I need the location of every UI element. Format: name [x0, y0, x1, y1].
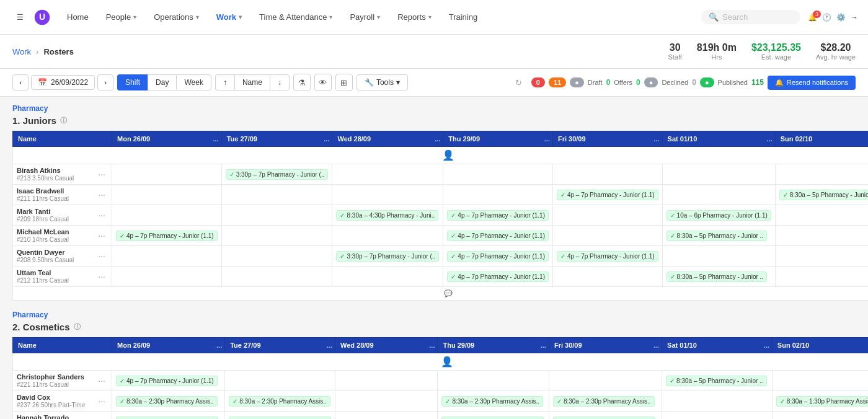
- nav-reports[interactable]: Reports ▾: [390, 7, 439, 27]
- resend-notifications-button[interactable]: 🔔 Resend notifications: [768, 76, 856, 90]
- shift-pill[interactable]: ✓4p – 7p Pharmacy - Junior (1.1): [447, 251, 549, 262]
- shift-pill[interactable]: ✓8:30a – 2:30p Pharmacy Assis..: [229, 396, 330, 407]
- shift-cell-0-5[interactable]: [662, 164, 775, 185]
- nav-operations[interactable]: Operations ▾: [146, 7, 206, 27]
- shift-cell-5-1[interactable]: [221, 267, 332, 287]
- shift-pill[interactable]: ✓8:30a – 5p Pharmacy - Junior ..: [666, 376, 767, 386]
- shift-pill[interactable]: ✓4p – 7p Pharmacy - Junior (1.1): [116, 376, 218, 386]
- shift-cell-1-3[interactable]: [443, 185, 553, 205]
- visibility-button[interactable]: 👁: [314, 74, 332, 91]
- shift-pill[interactable]: ✓4p – 7p Pharmacy - Junior (1.1): [557, 251, 658, 262]
- sort-name-button[interactable]: Name: [234, 74, 270, 90]
- shift-cell-3-4[interactable]: [552, 226, 662, 246]
- shift-cell-0-1[interactable]: [225, 371, 335, 391]
- logout-icon[interactable]: →: [851, 13, 858, 22]
- nav-training[interactable]: Training: [441, 7, 485, 27]
- shift-pill[interactable]: ✓8:30a – 4:30p Pharmacy - Juni..: [553, 417, 655, 420]
- shift-cell-0-4[interactable]: [552, 164, 662, 185]
- shift-cell-4-3[interactable]: ✓4p – 7p Pharmacy - Junior (1.1): [443, 246, 553, 267]
- nav-time-attendance[interactable]: Time & Attendance ▾: [252, 7, 340, 27]
- shift-pill[interactable]: ✓8:30a – 2:30p Pharmacy Assis..: [553, 396, 655, 407]
- shift-pill[interactable]: ✓3:30p – 7p Pharmacy - Junior (..: [336, 251, 439, 262]
- shift-pill[interactable]: ✓8:30a – 1:30p Pharmacy Assis..: [776, 396, 868, 407]
- shift-cell-1-1[interactable]: ✓8:30a – 2:30p Pharmacy Assis..: [225, 391, 335, 412]
- shift-cell-2-4[interactable]: [552, 205, 662, 226]
- shift-cell-1-0[interactable]: [112, 185, 222, 205]
- shift-cell-2-2[interactable]: ✓8:30a – 4:30p Pharmacy - Juni..: [332, 205, 443, 226]
- row-menu-button[interactable]: ···: [98, 169, 105, 179]
- shift-pill[interactable]: ✓8:30a – 4:30p Pharmacy - Juni..: [441, 417, 544, 420]
- shift-cell-1-4[interactable]: ✓8:30a – 2:30p Pharmacy Assis..: [549, 391, 662, 412]
- clock-icon[interactable]: 🕐: [822, 13, 831, 22]
- row-menu-button[interactable]: ···: [98, 231, 105, 240]
- shift-pill[interactable]: ✓8:30a – 5p Pharmacy - Junior ..: [666, 231, 768, 241]
- nav-work[interactable]: Work ▾: [209, 7, 249, 27]
- shift-cell-3-1[interactable]: [221, 226, 332, 246]
- shift-pill[interactable]: ✓3:30p – 7p Pharmacy - Junior (..: [226, 169, 329, 180]
- shift-pill[interactable]: ✓8:30a – 4:30p Pharmacy - Juni..: [229, 417, 331, 420]
- shift-cell-4-6[interactable]: [775, 246, 868, 267]
- shift-cell-3-5[interactable]: ✓8:30a – 5p Pharmacy - Junior ..: [662, 226, 775, 246]
- shift-pill[interactable]: ✓8:30a – 4:30p Pharmacy - Juni..: [336, 210, 438, 221]
- row-menu-button[interactable]: ···: [98, 210, 105, 220]
- add-shift-icon[interactable]: 💬: [444, 289, 453, 297]
- row-menu-button[interactable]: ···: [98, 190, 105, 200]
- shift-pill[interactable]: ✓8:30a – 2:30p Pharmacy Assis..: [116, 396, 218, 407]
- shift-cell-2-5[interactable]: [662, 412, 773, 420]
- shift-cell-2-3[interactable]: ✓8:30a – 4:30p Pharmacy - Juni..: [438, 412, 549, 420]
- row-menu-button[interactable]: ···: [98, 271, 105, 281]
- hamburger-button[interactable]: ☰: [10, 7, 30, 27]
- shift-pill[interactable]: ✓8:30a – 5p Pharmacy - Junior ..: [779, 190, 868, 200]
- date-display[interactable]: 📅 26/09/2022: [31, 75, 95, 90]
- shift-cell-1-6[interactable]: ✓8:30a – 1:30p Pharmacy Assis..: [772, 391, 868, 412]
- shift-cell-0-6[interactable]: [775, 164, 868, 185]
- shift-cell-2-6[interactable]: [772, 412, 868, 420]
- shift-cell-0-1[interactable]: ✓3:30p – 7p Pharmacy - Junior (..: [221, 164, 332, 185]
- next-date-button[interactable]: ›: [97, 74, 113, 90]
- shift-pill[interactable]: ✓4p – 7p Pharmacy - Junior (1.1): [447, 210, 549, 221]
- shift-cell-2-6[interactable]: [775, 205, 868, 226]
- shift-cell-3-2[interactable]: [332, 226, 443, 246]
- shift-cell-2-0[interactable]: ✓8:30a – 4:30p Pharmacy - Juni..: [112, 412, 225, 420]
- shift-pill[interactable]: ✓4p – 7p Pharmacy - Junior (1.1): [447, 231, 549, 241]
- shift-cell-0-2[interactable]: [332, 164, 443, 185]
- view-week-button[interactable]: Week: [176, 74, 211, 90]
- notifications-bell[interactable]: 🔔 3: [808, 13, 817, 22]
- shift-cell-5-5[interactable]: ✓8:30a – 5p Pharmacy - Junior ..: [662, 267, 775, 287]
- shift-cell-2-3[interactable]: ✓4p – 7p Pharmacy - Junior (1.1): [443, 205, 553, 226]
- shift-pill[interactable]: ✓4p – 7p Pharmacy - Junior (1.1): [557, 190, 658, 200]
- shift-cell-4-1[interactable]: [221, 246, 332, 267]
- sort-up-button[interactable]: ↑: [215, 74, 234, 90]
- shift-pill[interactable]: ✓8:30a – 5p Pharmacy - Junior ..: [666, 271, 768, 282]
- shift-cell-0-2[interactable]: [335, 371, 438, 391]
- add-person-icon[interactable]: 👤: [442, 150, 454, 161]
- shift-cell-1-1[interactable]: [221, 185, 332, 205]
- sort-down-button[interactable]: ↓: [270, 74, 290, 90]
- shift-cell-1-3[interactable]: ✓8:30a – 2:30p Pharmacy Assis..: [438, 391, 549, 412]
- breadcrumb-parent[interactable]: Work: [12, 47, 31, 56]
- shift-pill[interactable]: ✓4p – 7p Pharmacy - Junior (1.1): [447, 271, 549, 282]
- badge-orange[interactable]: 11: [549, 77, 566, 87]
- settings-icon[interactable]: ⚙️: [836, 13, 846, 22]
- nav-people[interactable]: People ▾: [99, 7, 144, 27]
- refresh-button[interactable]: ↻: [510, 74, 528, 91]
- shift-cell-2-2[interactable]: [335, 412, 438, 420]
- shift-cell-4-0[interactable]: [112, 246, 222, 267]
- shift-cell-5-2[interactable]: [332, 267, 443, 287]
- shift-cell-5-0[interactable]: [112, 267, 222, 287]
- prev-date-button[interactable]: ‹: [12, 74, 29, 90]
- shift-cell-0-4[interactable]: [549, 371, 662, 391]
- search-bar[interactable]: 🔍 Search: [701, 10, 800, 24]
- grid-button[interactable]: ⊞: [335, 74, 353, 91]
- shift-pill[interactable]: ✓4p – 7p Pharmacy - Junior (1.1): [116, 231, 218, 241]
- shift-cell-2-1[interactable]: [221, 205, 332, 226]
- shift-pill[interactable]: ✓10a – 6p Pharmacy - Junior (1.1): [666, 210, 771, 221]
- shift-cell-1-5[interactable]: [662, 391, 773, 412]
- nav-home[interactable]: Home: [60, 7, 96, 27]
- shift-cell-2-1[interactable]: ✓8:30a – 4:30p Pharmacy - Juni..: [225, 412, 335, 420]
- shift-cell-0-5[interactable]: ✓8:30a – 5p Pharmacy - Junior ..: [662, 371, 773, 391]
- shift-cell-2-0[interactable]: [112, 205, 222, 226]
- shift-cell-4-2[interactable]: ✓3:30p – 7p Pharmacy - Junior (..: [332, 246, 443, 267]
- row-menu-button[interactable]: ···: [98, 396, 105, 406]
- shift-pill[interactable]: ✓8:30a – 2:30p Pharmacy Assis..: [441, 396, 543, 407]
